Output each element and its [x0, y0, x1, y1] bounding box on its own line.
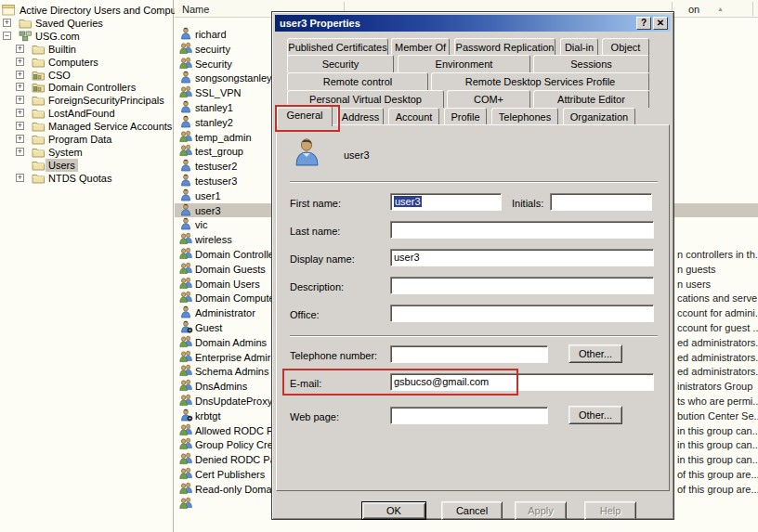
list-item-name: Cert Publishers — [195, 468, 265, 481]
expand-plus-icon[interactable]: + — [16, 174, 24, 182]
tree-item-managed-service-accounts[interactable]: +Managed Service Accounts — [0, 120, 174, 133]
tab-sessions[interactable]: Sessions — [533, 55, 649, 72]
list-item-name: Administrator — [195, 306, 255, 319]
apply-button[interactable]: Apply — [515, 501, 567, 520]
web-page-input[interactable] — [390, 407, 548, 424]
folder-icon — [32, 146, 46, 159]
expand-plus-icon[interactable]: + — [16, 58, 24, 66]
tree-item-lostandfound[interactable]: +LostAndFound — [0, 107, 174, 120]
tab-password-replication[interactable]: Password Replication — [454, 38, 555, 56]
tree-item-users[interactable]: Users — [0, 159, 174, 172]
group-icon — [179, 291, 193, 304]
tab-telephones[interactable]: Telephones — [491, 108, 558, 125]
tree-item-saved-queries[interactable]: +Saved Queries — [0, 17, 174, 30]
tab-published-certificates[interactable]: Published Certificates — [287, 38, 388, 56]
cancel-button[interactable]: Cancel — [441, 501, 503, 520]
collapse-minus-icon[interactable]: − — [3, 32, 11, 40]
tree-item-builtin[interactable]: +Builtin — [0, 43, 174, 56]
list-item-description-fragment: ed administrators... — [677, 351, 758, 364]
tab-com+[interactable]: COM+ — [447, 90, 530, 108]
group-icon — [179, 379, 193, 392]
tab-member-of[interactable]: Member Of — [391, 38, 450, 56]
user3-properties-dialog: user3 Properties ? ✕ Published Certifica… — [271, 11, 674, 520]
description-label: Description: — [290, 280, 344, 293]
help-icon[interactable]: ? — [636, 17, 651, 30]
display-name-input[interactable]: user3 — [390, 249, 654, 266]
initials-input[interactable] — [550, 193, 652, 211]
column-header-description-fragment[interactable]: on — [688, 3, 699, 16]
group-icon — [179, 364, 193, 377]
expand-plus-icon[interactable]: + — [16, 83, 24, 91]
tab-address[interactable]: Address — [337, 108, 384, 125]
help-button[interactable]: Help — [584, 501, 636, 520]
tree-item-usg-com[interactable]: −USG.com — [0, 30, 174, 43]
expand-plus-icon[interactable]: + — [16, 122, 24, 130]
expand-plus-icon[interactable]: + — [16, 109, 24, 117]
tab-environment[interactable]: Environment — [398, 55, 530, 72]
expand-plus-icon[interactable]: + — [3, 19, 11, 27]
list-item-description-fragment: in this group can... — [677, 438, 758, 451]
tree-item-program-data[interactable]: +Program Data — [0, 133, 174, 146]
tree-item-foreignsecurityprincipals[interactable]: +ForeignSecurityPrincipals — [0, 94, 174, 107]
domain-icon — [19, 30, 33, 43]
expand-plus-icon[interactable]: + — [16, 45, 24, 53]
tree-item-active-directory-users-and-comput[interactable]: Active Directory Users and Comput — [0, 4, 174, 17]
tab-account[interactable]: Account — [388, 108, 439, 125]
group-icon — [179, 42, 193, 55]
column-divider[interactable] — [752, 2, 753, 16]
tree-item-label: LostAndFound — [46, 107, 118, 120]
telephone-other-button[interactable]: Other... — [568, 344, 622, 363]
user-icon — [179, 409, 193, 422]
list-item-description-fragment: n users — [677, 278, 711, 291]
telephone-label: Telephone number: — [290, 349, 377, 362]
user-icon — [179, 71, 193, 84]
close-icon[interactable]: ✕ — [653, 17, 668, 30]
expand-plus-icon[interactable]: + — [16, 71, 24, 79]
ok-button[interactable]: OK — [361, 501, 426, 520]
telephone-input[interactable] — [390, 345, 548, 363]
tab-attribute-editor[interactable]: Attribute Editor — [533, 90, 649, 108]
tab-dial-in[interactable]: Dial-in — [560, 38, 598, 56]
office-input[interactable] — [390, 305, 654, 322]
tab-profile[interactable]: Profile — [444, 108, 487, 125]
last-name-input[interactable] — [390, 221, 654, 239]
tab-security[interactable]: Security — [287, 55, 394, 72]
tab-remote-control[interactable]: Remote control — [287, 72, 428, 90]
tab-organization[interactable]: Organization — [563, 108, 635, 125]
expand-plus-icon[interactable]: + — [16, 96, 24, 104]
selected-text: user3 — [394, 196, 422, 207]
tree-item-ntds-quotas[interactable]: +NTDS Quotas — [0, 172, 174, 185]
list-item-name: krbtgt — [195, 409, 221, 422]
first-name-input[interactable]: user3 — [390, 193, 502, 211]
general-tab-page: user3 First name: user3 Initials: Last n… — [276, 124, 670, 491]
column-header-name[interactable]: Name — [182, 3, 209, 16]
tree-item-label: Domain Controllers — [46, 81, 138, 94]
divider — [290, 335, 658, 337]
tab-object[interactable]: Object — [602, 38, 649, 56]
expand-plus-icon[interactable]: + — [16, 135, 24, 143]
expand-plus-icon[interactable]: + — [16, 148, 24, 156]
user-icon — [179, 203, 193, 216]
list-item-name: Security — [195, 58, 232, 71]
list-item-description-fragment: n controllers in th... — [677, 248, 758, 261]
dialog-titlebar[interactable]: user3 Properties ? ✕ — [275, 15, 671, 32]
list-item-name: user3 — [195, 204, 221, 217]
tree-item-domain-controllers[interactable]: +Domain Controllers — [0, 81, 174, 94]
list-item-name: Domain Compute — [195, 292, 275, 305]
office-label: Office: — [290, 308, 320, 321]
list-item-description-fragment: ccount for guest ... — [677, 321, 758, 334]
web-page-other-button[interactable]: Other... — [568, 406, 622, 424]
description-input[interactable] — [390, 277, 654, 294]
list-item-name: stanley1 — [195, 101, 233, 114]
ou-icon — [32, 81, 46, 94]
tree-item-system[interactable]: +System — [0, 146, 174, 159]
list-item-name: Read-only Doma — [195, 483, 272, 496]
list-item-name: testuser3 — [195, 175, 237, 188]
list-item-description-fragment: inistrators Group — [677, 380, 752, 393]
tree-item-cso[interactable]: +CSO — [0, 69, 174, 82]
tree-item-computers[interactable]: +Computers — [0, 56, 174, 69]
tree-item-label: ForeignSecurityPrincipals — [46, 94, 167, 107]
group-icon — [179, 130, 193, 143]
folder-icon — [32, 120, 46, 133]
tab-remote-desktop-services-profile[interactable]: Remote Desktop Services Profile — [431, 72, 649, 90]
